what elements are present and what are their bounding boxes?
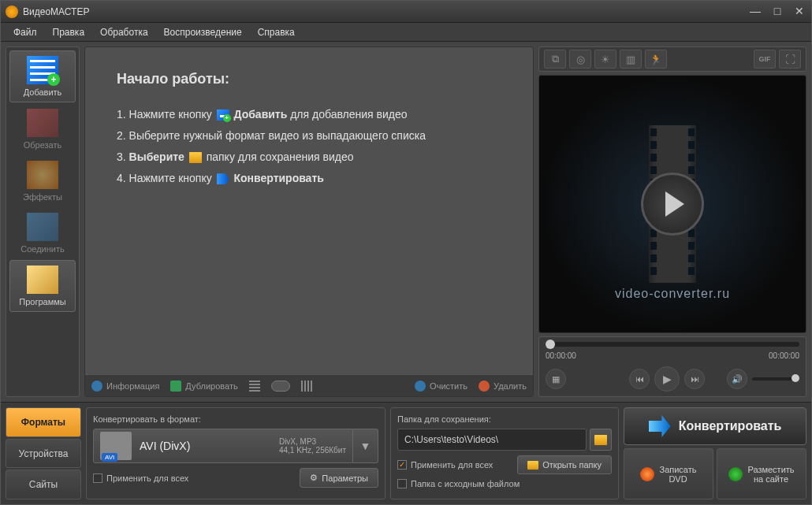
- tb-view-grid[interactable]: [301, 381, 312, 392]
- sidebar-effects[interactable]: Эффекты: [9, 156, 76, 206]
- mute-button[interactable]: 🔊: [727, 369, 747, 389]
- center-panel: Начало работы: 1. Нажмите кнопку + Добав…: [84, 46, 534, 397]
- format-codec: DivX, MP3: [279, 437, 346, 446]
- info-icon: [91, 381, 102, 392]
- format-file-icon: AVI: [100, 432, 132, 460]
- format-section-label: Конвертировать в формат:: [93, 414, 378, 424]
- clear-icon: [415, 381, 426, 392]
- close-button[interactable]: ✕: [792, 6, 806, 17]
- folder-apply-all-checkbox[interactable]: Применить для всех: [397, 460, 493, 470]
- format-apply-all-checkbox[interactable]: Применить для всех: [93, 473, 188, 483]
- tb-duplicate[interactable]: Дублировать: [170, 381, 237, 392]
- menu-help[interactable]: Справка: [251, 24, 301, 40]
- play-circle-icon: [641, 173, 704, 236]
- main-area: + Добавить Обрезать Эффекты Соединить Пр…: [1, 42, 811, 402]
- duplicate-icon: [170, 381, 181, 392]
- browse-folder-button[interactable]: [590, 429, 612, 451]
- menu-playback[interactable]: Воспроизведение: [158, 24, 248, 40]
- open-folder-button[interactable]: Открыть папку: [517, 455, 612, 474]
- seekbar[interactable]: [546, 342, 799, 347]
- preview-controls: 00:00:00 00:00:00 ▦ ⏮ ▶ ⏭ 🔊: [538, 336, 806, 397]
- volume-slider[interactable]: [752, 377, 799, 381]
- step-3: 3. Выберите папку для сохранения видео: [117, 149, 501, 165]
- params-button[interactable]: ⚙Параметры: [300, 468, 378, 488]
- play-button[interactable]: ▶: [654, 366, 680, 392]
- format-display[interactable]: AVI AVI (DivX) DivX, MP3 44,1 KHz, 256Кб…: [93, 429, 353, 463]
- brightness-tool-icon[interactable]: ☀: [594, 50, 616, 69]
- checkbox-icon: [397, 460, 407, 470]
- next-button[interactable]: ⏭: [684, 369, 705, 389]
- format-name: AVI (DivX): [140, 440, 190, 452]
- menu-file[interactable]: Файл: [7, 24, 43, 40]
- gif-tool-icon[interactable]: GIF: [754, 50, 776, 69]
- sidebar-programs[interactable]: Программы: [9, 260, 76, 312]
- publish-button[interactable]: Разместить на сайте: [717, 448, 806, 499]
- fullscreen-tool-icon[interactable]: ⛶: [779, 50, 801, 69]
- tab-sites[interactable]: Сайты: [6, 470, 81, 499]
- volume-thumb[interactable]: [792, 374, 799, 382]
- tab-devices[interactable]: Устройства: [6, 439, 81, 469]
- inline-add-icon: +: [217, 110, 229, 121]
- folder-section-label: Папка для сохранения:: [397, 414, 612, 424]
- checkbox-icon: [397, 479, 407, 488]
- tb-view-list[interactable]: [249, 381, 260, 392]
- folder-icon: [594, 435, 607, 445]
- prev-button[interactable]: ⏮: [629, 369, 650, 389]
- sidebar-cut-label: Обрезать: [24, 140, 62, 150]
- same-folder-checkbox[interactable]: Папка с исходным файлом: [397, 479, 612, 488]
- tb-view-toggle[interactable]: [271, 381, 290, 392]
- tb-delete[interactable]: Удалить: [479, 381, 527, 392]
- clip-tool-icon[interactable]: ▥: [620, 50, 642, 69]
- format-selector[interactable]: AVI AVI (DivX) DivX, MP3 44,1 KHz, 256Кб…: [93, 429, 378, 463]
- delete-icon: [479, 381, 490, 392]
- checkbox-icon: [93, 473, 102, 483]
- seekbar-thumb[interactable]: [546, 340, 555, 349]
- folder-path-input[interactable]: [397, 429, 587, 451]
- gear-icon: ⚙: [310, 473, 318, 483]
- list-toolbar: Информация Дублировать Очистить Удалить: [85, 374, 533, 396]
- inline-convert-icon: [217, 173, 229, 184]
- content-area: Начало работы: 1. Нажмите кнопку + Добав…: [84, 46, 534, 397]
- bottom-panel: Форматы Устройства Сайты Конвертировать …: [1, 402, 811, 504]
- folder-section: Папка для сохранения: Применить для всех…: [390, 407, 619, 499]
- sidebar-effects-label: Эффекты: [23, 192, 62, 202]
- menu-edit[interactable]: Правка: [47, 24, 91, 40]
- sidebar-join-label: Соединить: [20, 244, 65, 254]
- menubar: Файл Правка Обработка Воспроизведение Сп…: [1, 23, 811, 42]
- time-total: 00:00:00: [769, 351, 799, 360]
- sidebar-add[interactable]: + Добавить: [9, 50, 76, 102]
- sidebar: + Добавить Обрезать Эффекты Соединить Пр…: [6, 46, 80, 397]
- snapshot-tool-icon[interactable]: ◎: [569, 50, 591, 69]
- toggle-icon: [271, 381, 290, 392]
- tab-formats[interactable]: Форматы: [6, 407, 81, 437]
- screenshot-button[interactable]: ▦: [546, 369, 566, 389]
- convert-arrow-icon: [649, 415, 671, 437]
- format-bitrate: 44,1 KHz, 256Кбит: [279, 446, 346, 455]
- inline-folder-icon: [189, 152, 202, 163]
- tb-clear[interactable]: Очистить: [415, 381, 467, 392]
- list-view-icon: [249, 381, 260, 392]
- sidebar-join[interactable]: Соединить: [9, 208, 76, 258]
- preview-toolbar: ⧉ ◎ ☀ ▥ 🏃 GIF ⛶: [538, 46, 806, 72]
- minimize-button[interactable]: —: [748, 6, 762, 17]
- app-window: ВидеоМАСТЕР — □ ✕ Файл Правка Обработка …: [0, 0, 812, 505]
- convert-button[interactable]: Конвертировать: [624, 407, 806, 445]
- crop-tool-icon[interactable]: ⧉: [544, 50, 566, 69]
- tb-info[interactable]: Информация: [91, 381, 159, 392]
- titlebar: ВидеоМАСТЕР — □ ✕: [1, 1, 811, 23]
- speed-tool-icon[interactable]: 🏃: [645, 50, 667, 69]
- sidebar-cut[interactable]: Обрезать: [9, 104, 76, 154]
- step-4: 4. Нажмите кнопку Конвертировать: [117, 170, 501, 187]
- maximize-button[interactable]: □: [770, 6, 784, 17]
- format-section: Конвертировать в формат: AVI AVI (DivX) …: [86, 407, 386, 499]
- menu-processing[interactable]: Обработка: [94, 24, 155, 40]
- preview-watermark: video-converter.ru: [615, 287, 730, 301]
- getting-started-title: Начало работы:: [117, 71, 501, 87]
- sidebar-add-label: Добавить: [24, 87, 62, 97]
- step-2: 2. Выберите нужный формат видео из выпад…: [117, 128, 501, 144]
- preview-video: video-converter.ru: [538, 75, 806, 333]
- globe-icon: [728, 467, 743, 481]
- step-1: 1. Нажмите кнопку + Добавить для добавле…: [117, 106, 501, 123]
- burn-dvd-button[interactable]: Записать DVD: [624, 448, 713, 499]
- format-dropdown-button[interactable]: ▼: [353, 429, 378, 463]
